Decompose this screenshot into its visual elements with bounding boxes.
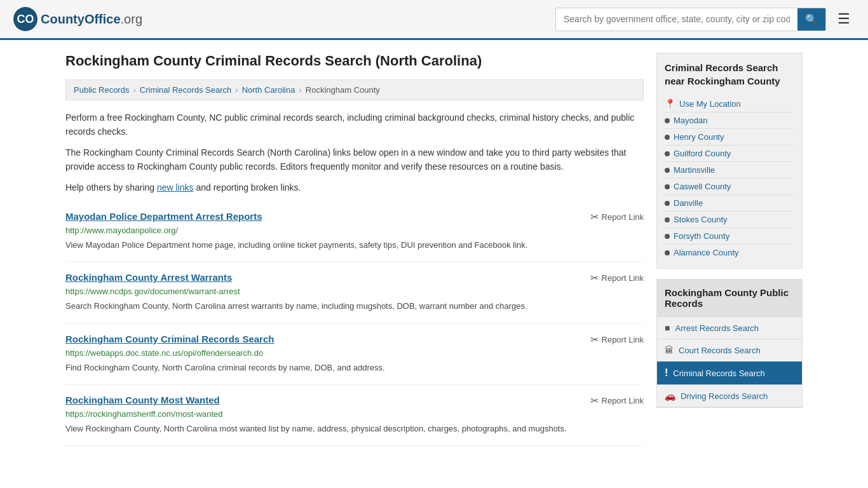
report-icon-0: ✂ <box>590 211 599 223</box>
result-desc-1: Search Rockingham County, North Carolina… <box>65 300 644 313</box>
result-url-1[interactable]: https://www.ncdps.gov/document/warrant-a… <box>65 287 644 296</box>
sidebar-nearby-title: Criminal Records Search near Rockingham … <box>665 61 794 88</box>
dot-icon-0 <box>665 118 670 123</box>
breadcrumb-sep-3: › <box>299 85 301 95</box>
header: CO CountyOffice.org 🔍 ☰ <box>0 0 868 40</box>
driving-records-icon: 🚗 <box>665 391 675 401</box>
logo-icon: CO <box>13 6 38 32</box>
breadcrumb-criminal-records[interactable]: Criminal Records Search <box>140 85 232 95</box>
report-link-0[interactable]: ✂ Report Link <box>590 211 644 223</box>
sidebar-nearby-alamance[interactable]: Alamance County <box>665 245 794 261</box>
new-links-link[interactable]: new links <box>157 182 194 193</box>
result-desc-2: Find Rockingham County, North Carolina c… <box>65 362 644 374</box>
nearby-link-8[interactable]: Alamance County <box>674 248 739 257</box>
main-container: Rockingham County Criminal Records Searc… <box>53 40 815 459</box>
svg-text:CO: CO <box>17 13 34 25</box>
sidebar-use-location[interactable]: 📍 Use My Location <box>665 95 794 112</box>
sidebar-nearby-guilford[interactable]: Guilford County <box>665 146 794 162</box>
content-area: Rockingham County Criminal Records Searc… <box>65 53 644 446</box>
sidebar-record-criminal[interactable]: ! Criminal Records Search <box>657 362 802 385</box>
dot-icon-7 <box>665 234 670 239</box>
nearby-link-7[interactable]: Forsyth County <box>674 231 729 241</box>
breadcrumb-public-records[interactable]: Public Records <box>74 85 129 95</box>
sidebar-nearby-caswell[interactable]: Caswell County <box>665 179 794 195</box>
result-entry-0: Mayodan Police Department Arrest Reports… <box>65 201 644 262</box>
report-icon-1: ✂ <box>590 272 599 284</box>
report-link-1[interactable]: ✂ Report Link <box>590 272 644 284</box>
result-url-2[interactable]: https://webapps.doc.state.nc.us/opi/offe… <box>65 348 644 358</box>
sidebar-public-records: Rockingham County Public Records ■ Arres… <box>656 279 803 408</box>
description-para2: The Rockingham County Criminal Records S… <box>65 146 644 174</box>
breadcrumb-north-carolina[interactable]: North Carolina <box>242 85 295 95</box>
result-header-3: Rockingham County Most Wanted ✂ Report L… <box>65 395 644 407</box>
result-entry-1: Rockingham County Arrest Warrants ✂ Repo… <box>65 262 644 323</box>
nearby-link-6[interactable]: Stokes County <box>674 215 728 224</box>
nearby-link-0[interactable]: Mayodan <box>674 116 707 125</box>
breadcrumb-current: Rockingham County <box>306 85 380 95</box>
result-desc-0: View Mayodan Police Department home page… <box>65 239 644 252</box>
report-icon-2: ✂ <box>590 334 599 346</box>
results-list: Mayodan Police Department Arrest Reports… <box>65 201 644 446</box>
breadcrumb-sep-1: › <box>133 85 135 95</box>
location-pin-icon: 📍 <box>665 98 675 109</box>
description-para3: Help others by sharing new links and rep… <box>65 180 644 194</box>
sidebar: Criminal Records Search near Rockingham … <box>656 53 803 446</box>
sidebar-public-records-title: Rockingham County Public Records <box>657 280 802 317</box>
search-input[interactable] <box>556 9 797 29</box>
sidebar-nearby-forsyth[interactable]: Forsyth County <box>665 228 794 245</box>
nearby-link-3[interactable]: Martinsville <box>674 165 715 175</box>
sidebar-nearby-stokes[interactable]: Stokes County <box>665 212 794 228</box>
result-title-1[interactable]: Rockingham County Arrest Warrants <box>65 272 232 283</box>
logo-text: CountyOffice.org <box>41 12 142 27</box>
result-header-1: Rockingham County Arrest Warrants ✂ Repo… <box>65 272 644 284</box>
sidebar-record-arrest[interactable]: ■ Arrest Records Search <box>657 317 802 339</box>
dot-icon-4 <box>665 184 670 189</box>
criminal-records-icon: ! <box>665 367 668 379</box>
result-title-0[interactable]: Mayodan Police Department Arrest Reports <box>65 211 262 222</box>
result-title-3[interactable]: Rockingham County Most Wanted <box>65 395 220 405</box>
search-button[interactable]: 🔍 <box>797 8 825 30</box>
dot-icon-2 <box>665 151 670 156</box>
result-title-2[interactable]: Rockingham County Criminal Records Searc… <box>65 334 274 344</box>
menu-button[interactable]: ☰ <box>832 8 855 30</box>
sidebar-nearby-danville[interactable]: Danville <box>665 195 794 212</box>
report-link-2[interactable]: ✂ Report Link <box>590 334 644 346</box>
logo-area: CO CountyOffice.org <box>13 6 142 32</box>
sidebar-nearby-mayodan[interactable]: Mayodan <box>665 112 794 129</box>
page-title: Rockingham County Criminal Records Searc… <box>65 53 644 69</box>
hamburger-icon: ☰ <box>837 11 850 27</box>
breadcrumb: Public Records › Criminal Records Search… <box>65 79 644 100</box>
nearby-link-1[interactable]: Henry County <box>674 132 724 142</box>
result-url-3[interactable]: https://rockinghamsheriff.com/most-wante… <box>65 409 644 419</box>
breadcrumb-sep-2: › <box>235 85 238 95</box>
result-entry-3: Rockingham County Most Wanted ✂ Report L… <box>65 384 644 446</box>
dot-icon-6 <box>665 217 670 222</box>
nearby-link-2[interactable]: Guilford County <box>674 149 731 158</box>
nearby-link-4[interactable]: Caswell County <box>674 182 731 191</box>
result-desc-3: View Rockingham County, North Carolina m… <box>65 423 644 435</box>
result-url-0[interactable]: http://www.mayodanpolice.org/ <box>65 226 644 235</box>
sidebar-nearby-martinsville[interactable]: Martinsville <box>665 162 794 179</box>
report-icon-3: ✂ <box>590 395 599 407</box>
sidebar-record-driving[interactable]: 🚗 Driving Records Search <box>657 385 802 407</box>
use-location-link[interactable]: Use My Location <box>679 99 741 109</box>
sidebar-nearby-henry[interactable]: Henry County <box>665 129 794 146</box>
description-para1: Perform a free Rockingham County, NC pub… <box>65 111 644 139</box>
search-bar: 🔍 <box>555 8 826 31</box>
search-icon: 🔍 <box>805 14 818 25</box>
court-records-icon: 🏛 <box>665 345 674 355</box>
dot-icon-5 <box>665 201 670 206</box>
result-entry-2: Rockingham County Criminal Records Searc… <box>65 323 644 385</box>
result-header-2: Rockingham County Criminal Records Searc… <box>65 334 644 346</box>
arrest-records-icon: ■ <box>665 323 670 333</box>
dot-icon-3 <box>665 168 670 173</box>
dot-icon-8 <box>665 250 670 255</box>
nearby-link-5[interactable]: Danville <box>674 198 703 208</box>
report-link-3[interactable]: ✂ Report Link <box>590 395 644 407</box>
sidebar-record-court[interactable]: 🏛 Court Records Search <box>657 339 802 362</box>
header-right: 🔍 ☰ <box>555 8 855 31</box>
sidebar-nearby: Criminal Records Search near Rockingham … <box>656 53 803 269</box>
result-header-0: Mayodan Police Department Arrest Reports… <box>65 211 644 223</box>
dot-icon-1 <box>665 135 670 140</box>
